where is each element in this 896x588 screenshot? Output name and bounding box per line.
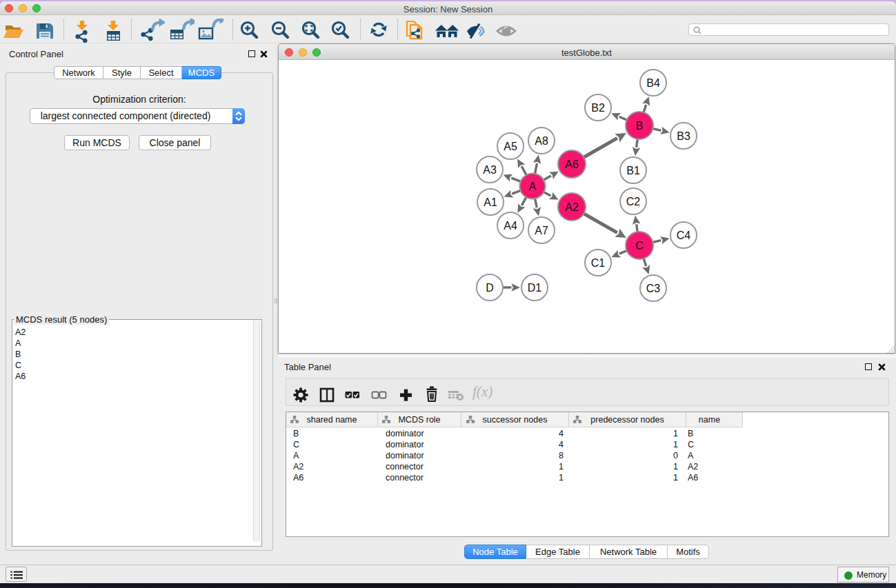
svg-text:D: D bbox=[486, 282, 494, 294]
svg-text:B: B bbox=[636, 120, 644, 132]
svg-text:C: C bbox=[635, 240, 644, 252]
svg-text:A8: A8 bbox=[535, 135, 548, 147]
svg-text:B3: B3 bbox=[677, 130, 690, 142]
svg-text:B2: B2 bbox=[591, 102, 605, 114]
svg-text:A: A bbox=[529, 181, 537, 192]
svg-text:B1: B1 bbox=[626, 165, 640, 176]
svg-text:A2: A2 bbox=[565, 201, 579, 213]
svg-text:D1: D1 bbox=[528, 282, 542, 294]
svg-text:A5: A5 bbox=[504, 141, 517, 152]
svg-text:A1: A1 bbox=[484, 196, 497, 208]
svg-text:A4: A4 bbox=[504, 220, 517, 232]
svg-text:A6: A6 bbox=[565, 159, 579, 170]
svg-text:A3: A3 bbox=[483, 164, 497, 176]
svg-text:C3: C3 bbox=[646, 283, 661, 294]
svg-text:C4: C4 bbox=[677, 230, 691, 241]
svg-text:B4: B4 bbox=[646, 77, 660, 89]
svg-text:A7: A7 bbox=[535, 225, 548, 236]
svg-text:C1: C1 bbox=[591, 257, 606, 269]
svg-text:C2: C2 bbox=[626, 196, 641, 207]
